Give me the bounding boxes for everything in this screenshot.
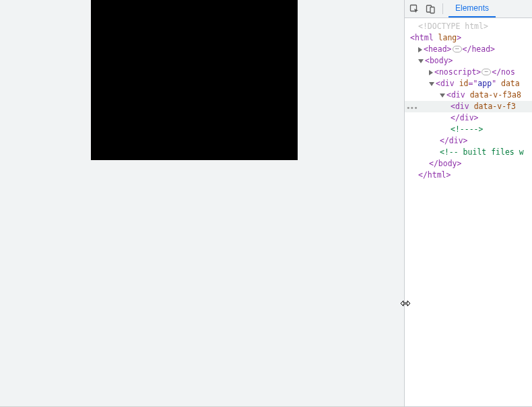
expand-arrow-icon[interactable]	[429, 70, 433, 75]
dom-comment-built[interactable]: <!-- built files w	[405, 147, 532, 158]
collapse-arrow-icon[interactable]	[418, 59, 424, 63]
toolbar-separator	[442, 3, 443, 14]
page-viewport	[0, 0, 404, 407]
expand-arrow-icon[interactable]	[418, 47, 422, 52]
dom-div-close[interactable]: </div>	[405, 112, 532, 124]
collapse-arrow-icon[interactable]	[440, 94, 445, 98]
dom-div-v2-selected[interactable]: •••<div data-v-f3	[405, 101, 532, 112]
dom-body-close[interactable]: </body>	[405, 158, 532, 170]
ellipsis-icon[interactable]: ⋯	[453, 46, 462, 52]
dom-doctype[interactable]: <!DOCTYPE html>	[405, 21, 532, 32]
ellipsis-icon[interactable]: ⋯	[481, 69, 491, 75]
devtools-panel: Elements <!DOCTYPE html> <html lang> <he…	[404, 0, 532, 407]
collapse-arrow-icon[interactable]	[429, 82, 434, 86]
dom-div-app[interactable]: <div id="app" data	[405, 78, 532, 89]
dom-div-close[interactable]: </div>	[405, 135, 532, 147]
dom-body-open[interactable]: <body>	[405, 55, 532, 67]
dom-div-v1[interactable]: <div data-v-f3a8	[405, 89, 532, 101]
dom-html-open[interactable]: <html lang>	[405, 32, 532, 44]
device-toolbar-icon[interactable]	[425, 3, 436, 14]
devtools-toolbar: Elements	[405, 0, 532, 18]
page-content-rect	[91, 0, 298, 160]
dom-noscript[interactable]: <noscript>⋯</nos	[405, 67, 532, 78]
dom-comment-empty[interactable]: <!---->	[405, 124, 532, 135]
dom-head[interactable]: <head>⋯</head>	[405, 44, 532, 55]
dom-tree[interactable]: <!DOCTYPE html> <html lang> <head>⋯</hea…	[405, 18, 532, 407]
tab-elements[interactable]: Elements	[448, 0, 496, 17]
dom-html-close[interactable]: </html>	[405, 170, 532, 181]
svg-rect-2	[430, 7, 434, 13]
inspect-element-icon[interactable]	[409, 3, 420, 14]
